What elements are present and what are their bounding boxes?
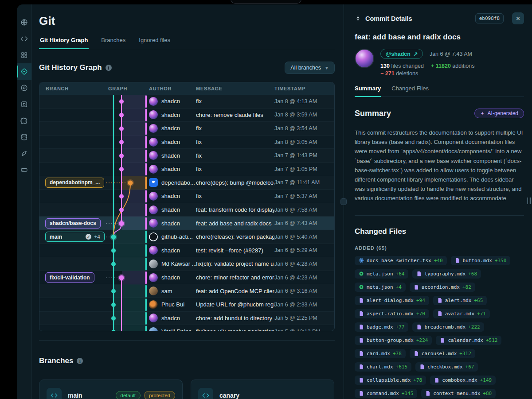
- changed-file-chip[interactable]: checkbox.mdx+67: [415, 362, 478, 372]
- branch-card[interactable]: main defaultprotected: [39, 380, 183, 399]
- changed-file-chip[interactable]: meta.json+64: [355, 269, 408, 279]
- commit-row[interactable]: main✓+4github-acti...chore(release): ver…: [39, 230, 334, 244]
- close-icon[interactable]: ✕: [512, 12, 524, 24]
- file-name: button.mdx: [463, 258, 492, 263]
- window-resize-grip[interactable]: [527, 198, 531, 204]
- commit-row[interactable]: dependabot/npm_...dependabo...chore(deps…: [39, 176, 334, 190]
- react-file-icon: [359, 258, 364, 263]
- avatar: [149, 232, 158, 241]
- sidebar-item-code[interactable]: [17, 31, 31, 47]
- commit-timestamp: Jan 8 @ 3:05 AM: [274, 139, 334, 145]
- sidebar-item-database[interactable]: [17, 129, 31, 145]
- compass-icon: [20, 84, 28, 92]
- changed-file-chip[interactable]: card.mdx+78: [355, 349, 406, 358]
- author-name: shadcn: [161, 315, 180, 322]
- info-icon[interactable]: i: [106, 65, 112, 71]
- mdx-file-icon: [359, 311, 364, 316]
- sidebar-item-storage[interactable]: [17, 162, 31, 178]
- branch-label[interactable]: shadcn/base-docs: [45, 218, 101, 229]
- panel-title: Commit Details: [365, 15, 412, 22]
- changed-file-chip[interactable]: button.mdx+350: [451, 256, 511, 265]
- changed-file-chip[interactable]: collapsible.mdx+78: [355, 376, 426, 385]
- branch-label[interactable]: dependabot/npm_...: [45, 178, 104, 188]
- changed-file-chip[interactable]: avatar.mdx+71: [433, 309, 490, 318]
- additions-count: +224: [416, 337, 428, 343]
- commit-row[interactable]: Vitalii Raina...fix(base-ui): resolve pa…: [39, 325, 334, 331]
- changed-file-chip[interactable]: typography.mdx+68: [412, 269, 481, 279]
- commit-timestamp: Jan 6 @ 4:28 AM: [274, 261, 334, 267]
- additions-count: +70: [416, 311, 425, 317]
- author-handle: @shadcn: [386, 51, 411, 57]
- tab-ignored-files[interactable]: Ignored files: [138, 37, 171, 49]
- commit-row[interactable]: shadcnfixJan 8 @ 4:13 AM: [39, 95, 334, 108]
- changed-file-chip[interactable]: breadcrumb.mdx+222: [412, 322, 484, 332]
- commit-message: fix: [196, 193, 274, 199]
- sidebar-item-grid[interactable]: [17, 47, 31, 63]
- col-author: AUTHOR: [147, 86, 196, 91]
- changed-file-chip[interactable]: badge.mdx+77: [355, 322, 408, 332]
- changed-file-chip[interactable]: aspect-ratio.mdx+70: [355, 309, 429, 318]
- changed-file-chip[interactable]: combobox.mdx+149: [430, 376, 496, 385]
- tab-git-history-graph[interactable]: Git History Graph: [39, 37, 89, 49]
- sidebar-item-frame[interactable]: [17, 96, 31, 112]
- commit-row[interactable]: shadcnfixJan 7 @ 1:43 PM: [39, 149, 334, 163]
- tab-summary[interactable]: Summary: [355, 85, 381, 97]
- branch-filter-select[interactable]: All branches ▼: [285, 62, 335, 74]
- file-name: alert-dialog.mdx: [367, 298, 414, 303]
- json-file-icon: [359, 271, 364, 276]
- tab-branches[interactable]: Branches: [100, 37, 126, 49]
- commit-row[interactable]: shadcnfixJan 8 @ 3:05 AM: [39, 136, 334, 149]
- mdx-file-icon: [437, 298, 442, 303]
- changed-file-chip[interactable]: calendar.mdx+512: [436, 336, 501, 345]
- avatar: [149, 273, 158, 282]
- globe-icon: [20, 19, 28, 26]
- sidebar-item-compass[interactable]: [17, 80, 31, 96]
- branch-label[interactable]: main✓+4: [45, 232, 105, 242]
- changed-file-chip[interactable]: chart.mdx+615: [355, 362, 411, 372]
- commit-message: fix: [196, 152, 274, 159]
- sidebar-item-deploy[interactable]: [17, 145, 31, 162]
- avatar: [149, 138, 158, 147]
- commit-row[interactable]: shadcnchore: add bundui to directory ...…: [39, 312, 334, 325]
- changed-file-chip[interactable]: context-menu.mdx+80: [421, 389, 496, 398]
- changed-file-chip[interactable]: alert-dialog.mdx+94: [355, 296, 429, 305]
- changed-file-chip[interactable]: accordion.mdx+82: [410, 283, 475, 292]
- commit-row[interactable]: shadcn/base-docsshadcnfeat: add base and…: [39, 217, 334, 230]
- commit-row[interactable]: Phuc BuiUpdate URL for @phucbm regi...Ja…: [39, 298, 334, 312]
- tab-changed-files[interactable]: Changed Files: [391, 85, 429, 97]
- changed-file-chip[interactable]: button-group.mdx+224: [355, 336, 432, 345]
- commit-message: feat: add base and radix docs: [196, 220, 274, 227]
- section-title-history: Git History Graph: [39, 63, 102, 72]
- commit-row[interactable]: shadcnfixJan 7 @ 5:37 AM: [39, 190, 334, 203]
- mdx-file-icon: [437, 311, 442, 316]
- additions-count: +40: [434, 258, 443, 263]
- changed-file-chip[interactable]: command.mdx+145: [355, 389, 417, 398]
- info-icon[interactable]: i: [77, 358, 83, 364]
- panel-resize-handle[interactable]: [340, 198, 347, 205]
- branch-card[interactable]: canary: [191, 380, 334, 399]
- commit-message: fix: [196, 98, 274, 105]
- details-scroll-area: Summary ✦ AI-generated This commit restr…: [355, 97, 524, 399]
- commit-row[interactable]: Md Kawsar ...fix(cli): validate project …: [39, 257, 334, 271]
- changed-file-chip[interactable]: docs-base-switcher.tsx+40: [355, 256, 447, 265]
- commit-row[interactable]: shadcntest: revisit --force (#9287)Jan 6…: [39, 244, 334, 258]
- main-content: Git Git History Graph Branches Ignored f…: [32, 4, 344, 399]
- commit-row[interactable]: shadcnfeat: transform code for displayJa…: [39, 203, 334, 217]
- sidebar-item-git[interactable]: [17, 63, 31, 80]
- commit-timestamp: Jan 5 @ 2:25 PM: [274, 315, 334, 321]
- commit-timestamp: Jan 6 @ 4:23 AM: [274, 275, 334, 281]
- changed-file-chip[interactable]: meta.json+4: [355, 283, 406, 292]
- sidebar-item-globe[interactable]: [17, 14, 31, 31]
- changed-file-chip[interactable]: alert.mdx+65: [433, 296, 487, 305]
- branch-label[interactable]: fix/cli-validation: [45, 272, 94, 283]
- commit-row[interactable]: shadcnfixJan 8 @ 3:54 AM: [39, 122, 334, 136]
- col-message: MESSAGE: [196, 86, 274, 91]
- mdx-file-icon: [359, 324, 364, 329]
- author-link[interactable]: @shadcn ↗: [380, 49, 423, 59]
- commit-row[interactable]: samfeat: add OpenCode MCP clien...Jan 6 …: [39, 284, 334, 298]
- commit-row[interactable]: fix/cli-validationshadcnchore: minor ref…: [39, 271, 334, 285]
- commit-row[interactable]: shadcnfixJan 7 @ 1:05 PM: [39, 163, 334, 176]
- changed-file-chip[interactable]: carousel.mdx+312: [410, 349, 475, 358]
- sidebar-item-plugins[interactable]: [17, 112, 31, 129]
- commit-row[interactable]: shadcnchore: remove claude filesJan 8 @ …: [39, 108, 334, 122]
